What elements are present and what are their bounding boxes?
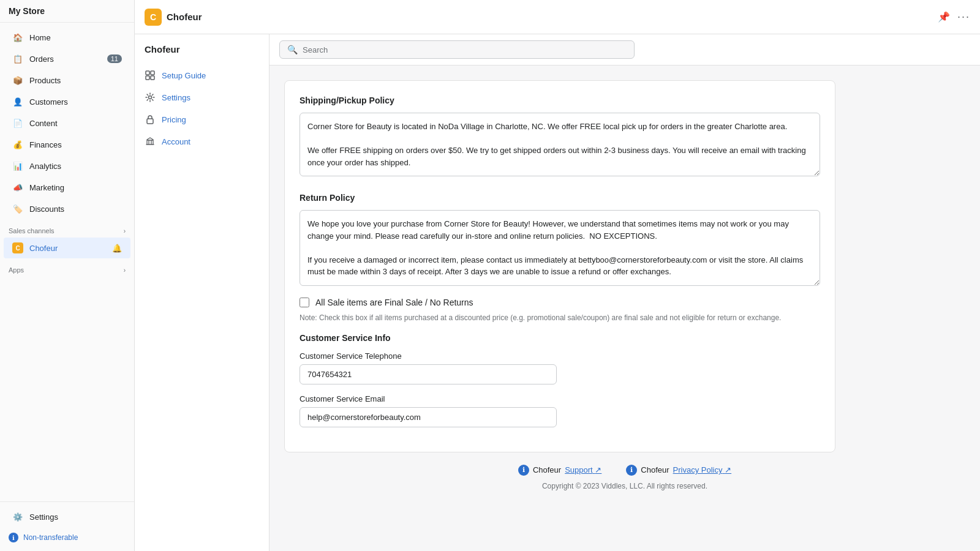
content-area: Chofeur Setup Guide <box>135 34 980 551</box>
footer-links: ℹ Chofeur Support ↗ ℹ Chofeur Privacy <box>296 465 953 476</box>
settings-label: Settings <box>162 93 190 102</box>
apps-section[interactable]: Apps › <box>0 259 134 276</box>
app-nav-pricing[interactable]: Pricing <box>135 108 269 130</box>
search-bar[interactable]: 🔍 Search <box>279 40 635 59</box>
final-sale-checkbox[interactable] <box>300 298 309 307</box>
app-logo: C Chofeur <box>145 9 202 26</box>
sidebar-item-label: Analytics <box>29 162 122 171</box>
gear-icon <box>145 92 156 103</box>
sidebar-chofeur-label: Chofeur <box>29 244 58 253</box>
sidebar-item-content[interactable]: 📄 Content <box>4 113 130 133</box>
marketing-icon: 📣 <box>12 182 23 193</box>
sidebar-bottom: ⚙️ Settings ℹ Non-transferable <box>0 501 134 551</box>
telephone-input[interactable] <box>300 364 557 384</box>
chofeur-logo-icon: C <box>145 9 162 26</box>
chevron-right-icon: › <box>124 267 126 274</box>
page-content: Shipping/Pickup Policy Return Policy All… <box>270 66 980 551</box>
sidebar-item-products[interactable]: 📦 Products <box>4 70 130 91</box>
sidebar-item-chofeur[interactable]: C Chofeur 🔔 <box>4 238 130 258</box>
sidebar-item-label: Customers <box>29 97 122 107</box>
app-sidebar-title: Chofeur <box>135 44 269 64</box>
sidebar-item-label: Finances <box>29 140 122 149</box>
sales-channels-section[interactable]: Sales channels › <box>0 220 134 237</box>
support-link[interactable]: Support ↗ <box>565 465 601 474</box>
sidebar-settings-label: Settings <box>29 512 122 522</box>
email-label: Customer Service Email <box>300 394 820 403</box>
bell-icon[interactable]: 🔔 <box>112 244 122 253</box>
sidebar-item-label: Content <box>29 119 122 128</box>
sidebar-item-analytics[interactable]: 📊 Analytics <box>4 156 130 176</box>
return-policy-textarea[interactable] <box>300 210 820 286</box>
grid-icon <box>145 70 156 81</box>
info-icon: ℹ <box>626 465 637 476</box>
settings-card: Shipping/Pickup Policy Return Policy All… <box>284 80 835 452</box>
email-field-group: Customer Service Email <box>300 394 820 427</box>
app-name: Chofeur <box>167 12 202 22</box>
telephone-field-group: Customer Service Telephone <box>300 351 820 384</box>
app-nav-setup-guide[interactable]: Setup Guide <box>135 64 269 86</box>
lock-icon <box>145 114 156 125</box>
left-sidebar: My Store 🏠 Home 📋 Orders 11 📦 Products 👤… <box>0 0 135 551</box>
more-icon[interactable]: ··· <box>957 10 970 23</box>
search-placeholder: Search <box>303 45 328 54</box>
sidebar-item-customers[interactable]: 👤 Customers <box>4 91 130 112</box>
analytics-icon: 📊 <box>12 160 23 171</box>
sidebar-item-label: Products <box>29 76 122 85</box>
footer-support-prefix: Chofeur <box>533 465 561 474</box>
info-circle-icon: ℹ <box>9 533 18 542</box>
customers-icon: 👤 <box>12 96 23 107</box>
final-sale-row: All Sale items are Final Sale / No Retur… <box>300 298 820 307</box>
shipping-policy-textarea[interactable] <box>300 113 820 176</box>
store-name[interactable]: My Store <box>9 6 126 16</box>
email-input[interactable] <box>300 407 557 427</box>
info-icon: ℹ <box>518 465 529 476</box>
footer-privacy-prefix: Chofeur <box>641 465 669 474</box>
main-area: C Chofeur 📌 ··· Chofeur <box>135 0 980 551</box>
svg-rect-3 <box>151 76 154 80</box>
products-icon: 📦 <box>12 75 23 86</box>
svg-point-4 <box>149 96 152 99</box>
svg-rect-1 <box>151 71 154 75</box>
bank-icon <box>145 136 156 147</box>
finances-icon: 💰 <box>12 139 23 150</box>
chofeur-logo-icon: C <box>12 242 23 253</box>
final-sale-label: All Sale items are Final Sale / No Retur… <box>315 298 473 307</box>
sidebar-item-orders[interactable]: 📋 Orders 11 <box>4 48 130 69</box>
external-link-icon: ↗ <box>595 465 601 474</box>
sidebar-item-marketing[interactable]: 📣 Marketing <box>4 177 130 198</box>
final-sale-note: Note: Check this box if all items purcha… <box>300 312 820 323</box>
content-icon: 📄 <box>12 118 23 129</box>
footer-support-link[interactable]: ℹ Chofeur Support ↗ <box>518 465 601 476</box>
external-link-icon: ↗ <box>725 465 731 474</box>
sidebar-item-label: Discounts <box>29 204 122 214</box>
footer-copyright: Copyright © 2023 Viddles, LLC. All right… <box>296 482 953 490</box>
non-transferable-label: Non-transferable <box>23 533 78 542</box>
svg-rect-0 <box>146 71 149 75</box>
footer-privacy-link[interactable]: ℹ Chofeur Privacy Policy ↗ <box>626 465 731 476</box>
home-icon: 🏠 <box>12 32 23 43</box>
discounts-icon: 🏷️ <box>12 203 23 214</box>
app-nav-account[interactable]: Account <box>135 130 269 152</box>
privacy-policy-link[interactable]: Privacy Policy ↗ <box>673 465 732 474</box>
pricing-label: Pricing <box>162 115 186 124</box>
customer-service-title: Customer Service Info <box>300 333 820 343</box>
sidebar-item-settings[interactable]: ⚙️ Settings <box>4 506 130 527</box>
apps-label: Apps <box>9 266 24 274</box>
sidebar-item-discounts[interactable]: 🏷️ Discounts <box>4 198 130 219</box>
app-nav-settings[interactable]: Settings <box>135 86 269 108</box>
account-label: Account <box>162 137 190 146</box>
orders-badge: 11 <box>107 54 122 63</box>
topbar: C Chofeur 📌 ··· <box>135 0 980 34</box>
setup-guide-label: Setup Guide <box>162 71 206 80</box>
return-policy-title: Return Policy <box>300 193 820 203</box>
pin-icon[interactable]: 📌 <box>938 11 950 23</box>
app-top-search: 🔍 Search <box>270 34 980 66</box>
chevron-right-icon: › <box>124 228 126 234</box>
settings-icon: ⚙️ <box>12 511 23 522</box>
sidebar-item-label: Marketing <box>29 183 122 192</box>
topbar-actions: 📌 ··· <box>938 10 970 23</box>
sidebar-item-home[interactable]: 🏠 Home <box>4 27 130 48</box>
store-header: My Store <box>0 0 134 23</box>
sales-channels-label: Sales channels <box>9 227 55 234</box>
sidebar-item-finances[interactable]: 💰 Finances <box>4 134 130 155</box>
